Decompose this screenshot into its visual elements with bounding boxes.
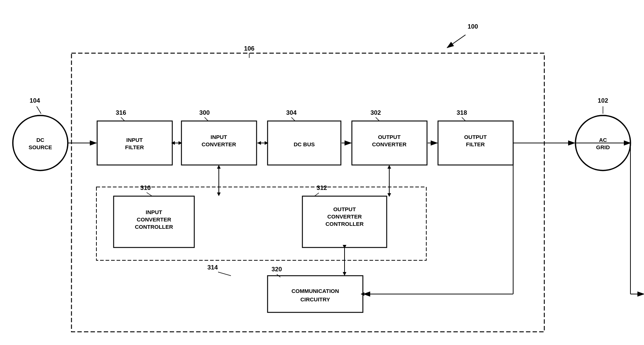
ref-310: 310 (140, 184, 151, 191)
comm-label-1: COMMUNICATION (291, 288, 339, 294)
svg-line-16 (218, 272, 231, 276)
input-filter-block (97, 121, 172, 165)
ac-grid-label-2: GRID (596, 144, 610, 150)
output-converter-label-2: CONVERTER (372, 141, 406, 147)
dc-source-label-2: SOURCE (29, 144, 52, 150)
ref-314: 314 (207, 264, 218, 271)
circuit-diagram: 100 106 DC SOURCE 104 AC GRID 102 INPUT … (0, 0, 644, 345)
output-filter-label-2: FILTER (466, 141, 485, 147)
output-converter-label-1: OUTPUT (378, 134, 401, 140)
svg-line-12 (462, 117, 465, 121)
occ-label-3: CONTROLLER (325, 221, 364, 227)
svg-line-6 (37, 106, 41, 114)
ref-318: 318 (457, 109, 467, 116)
svg-line-14 (314, 193, 319, 196)
diagram: { "diagram": { "title": "Power Converter… (0, 0, 644, 345)
dc-bus-label: DC BUS (294, 141, 315, 147)
svg-marker-25 (343, 245, 346, 249)
ref-104: 104 (30, 97, 40, 104)
icc-label-3: CONTROLLER (135, 224, 173, 230)
occ-label-2: CONVERTER (327, 213, 362, 220)
input-converter-label-1: INPUT (211, 134, 227, 140)
occ-label-1: OUTPUT (333, 206, 356, 212)
ref-102: 102 (598, 97, 608, 104)
svg-line-9 (205, 117, 208, 121)
svg-marker-20 (257, 141, 261, 145)
svg-line-13 (147, 192, 152, 196)
svg-marker-26 (343, 272, 346, 276)
svg-marker-23 (387, 165, 391, 169)
svg-line-8 (121, 117, 125, 121)
dc-source-label-1: DC (36, 137, 44, 143)
svg-marker-24 (387, 193, 391, 197)
svg-marker-21 (217, 165, 221, 169)
input-filter-label-2: FILTER (125, 144, 144, 150)
ref-320: 320 (272, 266, 282, 273)
svg-line-10 (291, 117, 295, 121)
input-filter-label-1: INPUT (126, 137, 143, 143)
ref-304: 304 (286, 109, 297, 116)
comm-circuitry-block (268, 276, 363, 312)
ref-312: 312 (317, 184, 327, 191)
dc-source-circle (13, 115, 68, 170)
svg-marker-18 (171, 141, 175, 145)
icc-label-2: CONVERTER (137, 216, 171, 223)
svg-line-11 (376, 117, 379, 121)
ref-100: 100 (468, 23, 478, 30)
svg-line-3 (447, 35, 465, 48)
ac-grid-label-1: AC (599, 137, 607, 143)
ref-302: 302 (371, 109, 381, 116)
ref-300: 300 (199, 109, 210, 116)
icc-label-1: INPUT (146, 209, 162, 215)
svg-marker-22 (217, 192, 221, 196)
ref-106: 106 (244, 45, 254, 52)
input-converter-label-2: CONVERTER (202, 141, 236, 147)
comm-label-2: CIRCUITRY (300, 296, 330, 302)
ref-316: 316 (116, 109, 126, 116)
output-filter-label-1: OUTPUT (464, 134, 487, 140)
